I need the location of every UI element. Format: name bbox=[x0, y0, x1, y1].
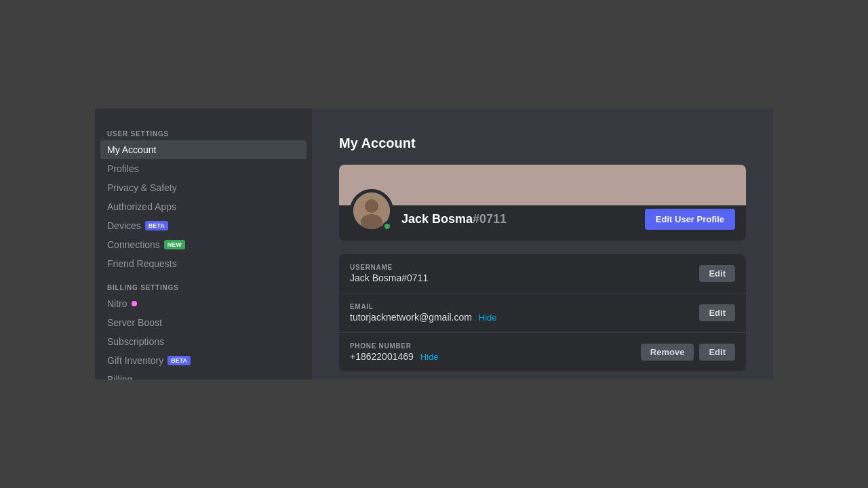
sidebar-item-profiles[interactable]: Profiles bbox=[100, 159, 307, 178]
username-edit-button[interactable]: Edit bbox=[699, 265, 735, 282]
phone-field-label: PHONE NUMBER bbox=[350, 342, 438, 350]
phone-field-value: +18622001469 Hide bbox=[350, 351, 438, 362]
sidebar-item-serverboost[interactable]: Server Boost bbox=[100, 313, 307, 332]
devices-beta-badge: BETA bbox=[145, 221, 168, 230]
phone-field-actions: Remove Edit bbox=[641, 344, 735, 361]
sidebar-item-billing[interactable]: Billing bbox=[100, 370, 307, 380]
sidebar-item-connections[interactable]: Connections NEW bbox=[100, 235, 307, 254]
sidebar-item-label: Privacy & Safety bbox=[107, 182, 177, 193]
profile-info-row: Jack Bosma#0711 Edit User Profile bbox=[339, 205, 746, 241]
sidebar-item-label: Authorized Apps bbox=[107, 201, 176, 212]
sidebar-item-label: Profiles bbox=[107, 163, 139, 174]
svg-point-1 bbox=[365, 199, 378, 213]
sidebar-item-authorizedapps[interactable]: Authorized Apps bbox=[100, 197, 307, 216]
email-field-row: EMAIL tutorjacknetwork@gmail.com Hide Ed… bbox=[339, 293, 746, 333]
settings-window: USER SETTINGS My Account Profiles Privac… bbox=[95, 108, 773, 380]
fields-section: USERNAME Jack Bosma#0711 Edit EMAIL tuto… bbox=[339, 254, 746, 371]
email-hide-link[interactable]: Hide bbox=[479, 312, 497, 323]
sidebar-item-label: Devices bbox=[107, 220, 141, 231]
sidebar-item-friendrequests[interactable]: Friend Requests bbox=[100, 254, 307, 273]
username-field-row: USERNAME Jack Bosma#0711 Edit bbox=[339, 254, 746, 293]
phone-field-info: PHONE NUMBER +18622001469 Hide bbox=[350, 342, 438, 362]
username-field-actions: Edit bbox=[699, 265, 735, 282]
main-content: My Account bbox=[312, 108, 773, 380]
avatar-wrapper bbox=[350, 189, 393, 232]
connections-new-badge: NEW bbox=[164, 240, 185, 249]
phone-field-row: PHONE NUMBER +18622001469 Hide Remove Ed… bbox=[339, 333, 746, 371]
giftinventory-beta-badge: BETA bbox=[167, 356, 191, 365]
nitro-dot-icon bbox=[132, 301, 137, 306]
username-field-label: USERNAME bbox=[350, 264, 428, 271]
sidebar-item-label: Server Boost bbox=[107, 317, 162, 328]
email-field-info: EMAIL tutorjacknetwork@gmail.com Hide bbox=[350, 303, 497, 323]
profile-username: Jack Bosma#0711 bbox=[401, 212, 507, 226]
edit-profile-button[interactable]: Edit User Profile bbox=[645, 209, 735, 230]
sidebar-item-privacy[interactable]: Privacy & Safety bbox=[100, 178, 307, 197]
email-field-value: tutorjacknetwork@gmail.com Hide bbox=[350, 312, 497, 323]
sidebar-item-label: Connections bbox=[107, 239, 160, 250]
user-settings-label: USER SETTINGS bbox=[100, 125, 307, 140]
sidebar: USER SETTINGS My Account Profiles Privac… bbox=[95, 108, 312, 380]
profile-banner bbox=[339, 165, 746, 205]
email-edit-button[interactable]: Edit bbox=[699, 304, 735, 321]
page-title: My Account bbox=[339, 136, 746, 151]
sidebar-item-subscriptions[interactable]: Subscriptions bbox=[100, 332, 307, 351]
modal-overlay: USER SETTINGS My Account Profiles Privac… bbox=[0, 0, 868, 488]
sidebar-item-label: My Account bbox=[107, 144, 156, 155]
phone-hide-link[interactable]: Hide bbox=[420, 352, 439, 362]
profile-card: Jack Bosma#0711 Edit User Profile bbox=[339, 165, 746, 241]
username-field-info: USERNAME Jack Bosma#0711 bbox=[350, 264, 428, 283]
phone-edit-button[interactable]: Edit bbox=[699, 344, 735, 361]
sidebar-item-devices[interactable]: Devices BETA bbox=[100, 216, 307, 235]
phone-remove-button[interactable]: Remove bbox=[641, 344, 694, 361]
sidebar-item-myaccount[interactable]: My Account bbox=[100, 140, 307, 159]
online-status-dot bbox=[382, 222, 392, 231]
username-field-value: Jack Bosma#0711 bbox=[350, 272, 428, 283]
sidebar-item-label: Gift Inventory bbox=[107, 355, 163, 366]
profile-left: Jack Bosma#0711 bbox=[350, 205, 507, 232]
sidebar-item-nitro[interactable]: Nitro bbox=[100, 294, 307, 313]
sidebar-item-label: Friend Requests bbox=[107, 258, 177, 269]
email-field-actions: Edit bbox=[699, 304, 735, 321]
sidebar-item-label: Subscriptions bbox=[107, 336, 164, 347]
sidebar-item-giftinventory[interactable]: Gift Inventory BETA bbox=[100, 351, 307, 370]
sidebar-item-label: Nitro bbox=[107, 298, 127, 309]
sidebar-item-label: Billing bbox=[107, 374, 132, 380]
billing-settings-label: BILLING SETTINGS bbox=[100, 279, 307, 294]
email-field-label: EMAIL bbox=[350, 303, 497, 310]
